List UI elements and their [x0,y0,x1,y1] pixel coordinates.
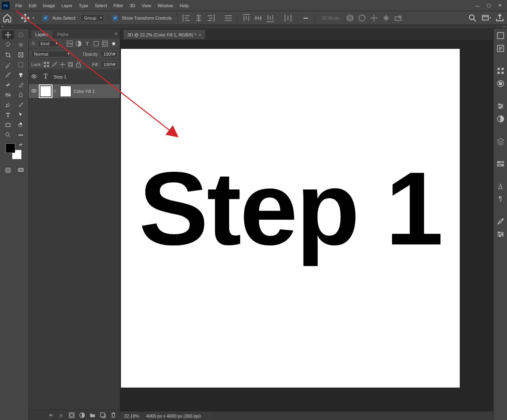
type-tool[interactable] [2,111,14,119]
collapse-left-icon[interactable]: « [2,24,4,28]
screenmode-tool[interactable] [15,166,27,175]
layer-mask-thumb[interactable] [60,86,71,97]
delete-layer-icon[interactable] [110,412,117,418]
filter-shape-icon[interactable] [93,40,100,47]
panel-libraries-icon[interactable] [496,137,505,146]
lock-position-icon[interactable] [59,61,66,68]
foreground-color[interactable] [6,143,15,153]
3d-pan-icon[interactable] [369,13,379,23]
panel-styles-icon[interactable] [496,115,505,123]
layer-step1[interactable]: T Step 1 [29,70,120,84]
path-select-tool[interactable] [15,111,27,119]
align-top-icon[interactable] [241,13,251,23]
history-brush-tool[interactable] [15,100,27,109]
panel-learn-icon[interactable] [496,159,505,168]
zoom-tool[interactable] [2,131,14,139]
brush-tool[interactable] [2,70,14,79]
close-tab-icon[interactable]: × [199,32,201,37]
blend-mode-select[interactable]: Normal [31,51,71,57]
tab-layers[interactable]: Layers [31,30,52,38]
lock-artboard-icon[interactable] [67,61,74,68]
panel-adjust-icon[interactable] [496,102,505,111]
menu-filter[interactable]: Filter [110,0,126,11]
marquee-rect-tool[interactable] [15,60,27,69]
layer-name[interactable]: Step 1 [54,74,66,79]
rectangle-tool[interactable] [2,121,14,129]
lock-pixels-icon[interactable] [51,61,58,68]
filter-pixel-icon[interactable] [66,40,73,47]
filter-search-icon[interactable] [31,41,36,46]
panel-color-icon[interactable] [496,31,505,40]
3d-slide-icon[interactable] [381,13,391,23]
fill-value[interactable]: 100% [101,61,117,68]
menu-file[interactable]: File [12,0,26,11]
menu-view[interactable]: View [139,0,155,11]
adjustment-layer-icon[interactable] [79,412,85,418]
status-zoom[interactable]: 22.18% [124,414,139,418]
layer-colorfill1[interactable]: ⎘ Color Fill 1 [29,84,120,98]
panel-brush-icon[interactable] [496,217,505,226]
crop-tool[interactable] [2,50,14,59]
panel-brush-settings-icon[interactable] [496,230,505,239]
filter-adjust-icon[interactable] [75,40,82,47]
align-bottom-icon[interactable] [266,13,275,23]
menu-window[interactable]: Window [154,0,176,11]
filter-kind-select[interactable]: Kind [38,40,59,47]
quick-select-tool[interactable] [15,40,27,49]
filter-type-icon[interactable]: T [84,40,91,47]
align-hcenter-icon[interactable] [194,13,203,23]
edit-toolbar[interactable]: ••• [15,131,27,139]
link-layers-icon[interactable] [48,412,54,418]
window-close[interactable]: ✕ [494,2,505,10]
tab-paths[interactable]: Paths [53,30,72,38]
filter-smart-icon[interactable] [101,40,109,47]
menu-edit[interactable]: Edit [26,0,40,11]
panel-properties-icon[interactable] [496,44,505,53]
menu-help[interactable]: Help [177,0,192,11]
3d-orbit-icon[interactable] [345,13,355,23]
distribute-icon[interactable] [283,13,293,23]
menu-select[interactable]: Select [92,0,111,11]
lock-all-icon[interactable] [75,61,82,68]
layer-mask-icon[interactable] [68,412,75,418]
clone-stamp-tool[interactable] [15,70,27,79]
quickmask-tool[interactable] [2,166,14,175]
search-icon[interactable] [468,13,477,23]
align-right-icon[interactable] [206,13,215,23]
status-more-icon[interactable]: 〉 [208,413,213,419]
show-transform-checkbox[interactable]: ✓ [113,15,118,21]
canvas-viewport[interactable]: Step 1 [120,40,493,411]
healing-tool[interactable] [2,80,14,89]
align-left-icon[interactable] [182,13,191,23]
panel-swatches-icon[interactable] [496,66,505,75]
move-tool[interactable] [2,30,14,39]
3d-roll-icon[interactable] [357,13,367,23]
frame-tool[interactable] [15,50,27,59]
workspace-icon[interactable]: ▾ [481,13,491,23]
panel-character-icon[interactable]: A [496,182,505,191]
opacity-value[interactable]: 100% [101,51,117,57]
auto-select-checkbox[interactable]: ✓ [43,15,48,21]
eyedropper-tool[interactable] [2,60,14,69]
eraser-tool[interactable] [15,80,27,89]
pen-tool[interactable] [2,100,14,109]
panel-colorwheel-icon[interactable] [496,79,505,88]
visibility-toggle[interactable] [30,88,38,94]
blur-tool[interactable] [15,90,27,99]
tool-dropdown-icon[interactable]: ▾ [32,16,34,20]
panel-paragraph-icon[interactable]: ¶ [496,195,505,203]
filter-toggle[interactable]: ◉ [110,40,117,47]
document-tab[interactable]: 3D @ 22.2% (Color Fill 1, RGB/8) * × [123,30,205,39]
menu-image[interactable]: Image [40,0,58,11]
align-stack-icon[interactable] [223,13,233,23]
menu-layer[interactable]: Layer [58,0,76,11]
auto-select-mode[interactable]: Group [80,14,104,22]
group-icon[interactable] [89,412,96,418]
share-icon[interactable] [495,13,505,23]
collapse-right-icon[interactable]: » [503,24,505,28]
lasso-tool[interactable] [2,40,14,49]
menu-3d[interactable]: 3D [127,0,139,11]
layer-name[interactable]: Color Fill 1 [74,89,95,94]
canvas[interactable]: Step 1 [121,49,460,388]
visibility-toggle[interactable] [30,74,38,80]
